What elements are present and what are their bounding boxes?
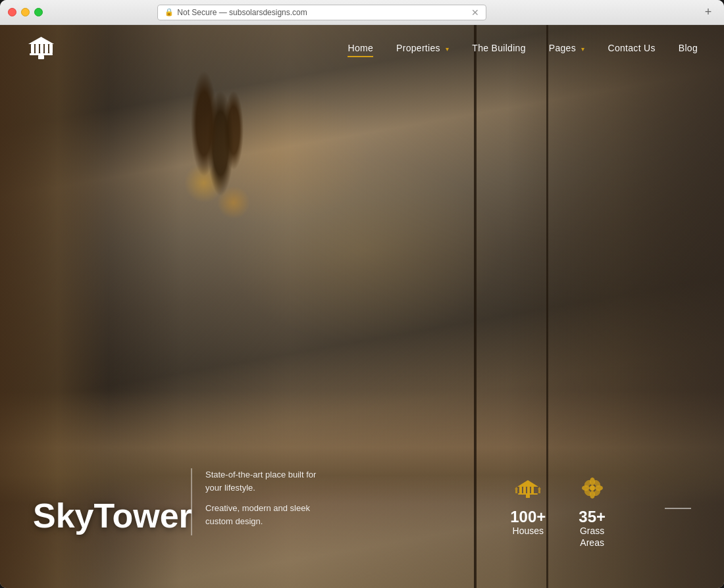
nav-item-blog[interactable]: Blog	[679, 43, 698, 53]
svg-marker-17	[515, 487, 518, 489]
stats-container: 100+ Houses 35+	[510, 475, 606, 549]
chevron-down-icon-pages: ▾	[581, 45, 584, 53]
svg-rect-1	[31, 44, 34, 53]
traffic-lights	[8, 8, 43, 16]
scroll-indicator	[665, 508, 691, 509]
hero-content: SkyTower	[33, 496, 192, 535]
svg-rect-7	[38, 55, 44, 59]
browser-window: 🔒 Not Secure — subsolarsdesigns.com ✕ +	[0, 0, 724, 588]
nav-links: Home Properties ▾ The Building Pages ▾ C…	[348, 43, 698, 53]
lock-icon: 🔒	[165, 8, 174, 16]
title-bar: 🔒 Not Secure — subsolarsdesigns.com ✕ +	[0, 0, 724, 25]
url-separator: —	[217, 8, 229, 17]
logo-icon	[26, 34, 56, 63]
nav-item-the-building[interactable]: The Building	[472, 43, 525, 53]
houses-value: 100+	[510, 509, 546, 525]
svg-rect-9	[519, 487, 522, 493]
navbar: Home Properties ▾ The Building Pages ▾ C…	[0, 25, 724, 71]
address-bar[interactable]: 🔒 Not Secure — subsolarsdesigns.com ✕	[157, 5, 486, 20]
svg-rect-3	[40, 44, 43, 53]
svg-rect-12	[531, 487, 534, 493]
chevron-down-icon: ▾	[446, 45, 449, 53]
nav-item-contact[interactable]: Contact Us	[608, 43, 656, 53]
nav-item-pages[interactable]: Pages ▾	[549, 43, 585, 53]
grass-label: Grass Areas	[579, 525, 606, 549]
svg-rect-11	[527, 487, 530, 493]
svg-rect-5	[49, 44, 53, 53]
nav-item-properties[interactable]: Properties ▾	[396, 43, 449, 53]
svg-marker-13	[517, 480, 538, 487]
hero-desc-line2: Creative, modern and sleek custom design…	[205, 502, 323, 527]
stat-houses: 100+ Houses	[510, 475, 546, 549]
svg-marker-6	[28, 37, 54, 44]
svg-rect-2	[36, 44, 39, 53]
glass-divider-1	[474, 25, 477, 588]
svg-rect-8	[518, 493, 538, 495]
fullscreen-button[interactable]	[34, 8, 43, 16]
website-content: Home Properties ▾ The Building Pages ▾ C…	[0, 25, 724, 588]
svg-rect-15	[515, 489, 517, 493]
nav-item-home[interactable]: Home	[348, 43, 373, 53]
svg-rect-0	[30, 53, 53, 55]
svg-rect-10	[523, 487, 526, 493]
svg-rect-4	[45, 44, 48, 53]
hero-title: SkyTower	[33, 496, 192, 535]
building-icon	[515, 475, 541, 501]
flower-icon	[579, 475, 606, 501]
hero-desc-line1: State-of-the-art place built for your li…	[205, 468, 323, 494]
security-label: Not Secure	[177, 8, 217, 17]
new-tab-button[interactable]: +	[700, 5, 716, 20]
grass-value: 35+	[579, 509, 606, 525]
hero-description: State-of-the-art place built for your li…	[191, 468, 323, 535]
svg-rect-14	[526, 495, 530, 498]
houses-label: Houses	[510, 525, 546, 537]
svg-rect-16	[538, 489, 540, 493]
url-text: subsolarsdesigns.com	[229, 8, 307, 17]
svg-point-28	[590, 485, 595, 491]
stat-grass: 35+ Grass Areas	[579, 475, 606, 549]
close-button[interactable]	[8, 8, 16, 16]
svg-marker-18	[538, 487, 541, 489]
minimize-button[interactable]	[21, 8, 30, 16]
close-tab-icon[interactable]: ✕	[471, 7, 479, 18]
logo[interactable]	[26, 34, 56, 63]
